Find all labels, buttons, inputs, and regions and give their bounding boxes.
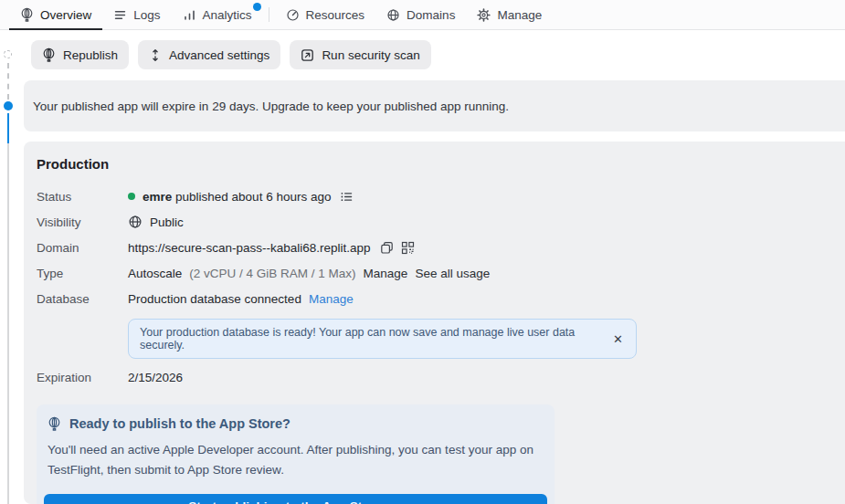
deployment-tabbar: Overview Logs Analytics Resources <box>0 0 845 30</box>
tab-domains[interactable]: Domains <box>375 0 466 29</box>
deploy-history-icon[interactable] <box>340 190 354 204</box>
status-green-dot <box>128 193 135 200</box>
domain-row: Domain https://secure-scan-pass--kabali6… <box>37 235 845 260</box>
tab-label: Domains <box>407 8 455 22</box>
tab-label: Manage <box>497 8 542 22</box>
domain-label: Domain <box>37 241 128 255</box>
production-title: Production <box>37 156 845 172</box>
advanced-settings-label: Advanced settings <box>169 48 269 62</box>
deploy-balloon-icon <box>20 7 34 22</box>
republish-button[interactable]: Republish <box>31 40 129 69</box>
qr-code-icon[interactable] <box>401 241 415 255</box>
production-card: Production Status emre published about 6… <box>24 142 845 504</box>
type-manage-link[interactable]: Manage <box>364 267 408 280</box>
scan-arrow-icon <box>301 48 314 62</box>
visibility-row: Visibility Public <box>37 209 845 235</box>
tabbar-divider <box>269 7 269 22</box>
type-specs: (2 vCPU / 4 GiB RAM / 1 Max) <box>189 267 355 280</box>
timeline-open-circle <box>4 50 12 58</box>
globe-icon <box>386 8 400 22</box>
republish-label: Republish <box>63 48 118 62</box>
tab-logs[interactable]: Logs <box>102 0 171 29</box>
globe-icon <box>128 215 143 229</box>
tab-resources[interactable]: Resources <box>275 0 376 29</box>
appstore-promo-header: Ready to publish to the App Store? <box>48 416 547 431</box>
run-security-scan-button[interactable]: Run security scan <box>290 40 430 69</box>
tab-label: Overview <box>40 8 91 22</box>
expiration-banner-text: Your published app will expire in 29 day… <box>33 100 509 113</box>
expiration-value: 2/15/2026 <box>128 371 183 384</box>
visibility-label: Visibility <box>37 215 128 229</box>
tab-label: Resources <box>306 8 365 22</box>
status-text: emre published about 6 hours ago <box>143 190 331 204</box>
deployment-timeline <box>0 30 18 504</box>
start-appstore-publish-label: Start publishing to the App Store <box>188 499 381 504</box>
database-row: Database Production database connected M… <box>37 286 845 311</box>
run-security-scan-label: Run security scan <box>322 48 419 62</box>
deploy-balloon-icon <box>48 416 61 431</box>
start-appstore-publish-button[interactable]: Start publishing to the App Store → <box>44 494 547 504</box>
close-icon[interactable]: ✕ <box>611 331 625 347</box>
database-status-text: Production database connected <box>128 292 301 306</box>
database-manage-link[interactable]: Manage <box>309 292 354 306</box>
type-label: Type <box>37 267 128 280</box>
type-value: Autoscale <box>128 267 182 280</box>
see-all-usage-link[interactable]: See all usage <box>415 267 490 280</box>
timeline-gray-segment <box>7 143 9 504</box>
tab-label: Logs <box>133 8 160 22</box>
up-down-arrows-icon <box>149 48 162 62</box>
published-ago-text: published about 6 hours ago <box>175 190 331 204</box>
expiration-row: Expiration 2/15/2026 <box>37 364 845 390</box>
publisher-name: emre <box>143 190 172 204</box>
right-arrow-icon: → <box>390 499 403 504</box>
list-icon <box>113 8 127 22</box>
appstore-promo-body: You'll need an active Apple Developer ac… <box>48 440 544 481</box>
gauge-icon <box>286 8 300 22</box>
domain-url[interactable]: https://secure-scan-pass--kabali68.repli… <box>128 241 371 255</box>
analytics-notification-dot <box>253 3 261 11</box>
tab-analytics[interactable]: Analytics <box>172 0 263 29</box>
tab-overview[interactable]: Overview <box>9 0 102 29</box>
timeline-current-dot <box>4 101 13 110</box>
copy-icon[interactable] <box>380 241 394 255</box>
type-row: Type Autoscale (2 vCPU / 4 GiB RAM / 1 M… <box>37 260 845 286</box>
gear-icon <box>477 8 491 22</box>
expiration-banner: Your published app will expire in 29 day… <box>24 80 845 131</box>
tab-manage[interactable]: Manage <box>466 0 553 29</box>
visibility-value: Public <box>150 215 184 229</box>
database-ready-notice: Your production database is ready! Your … <box>128 319 637 359</box>
appstore-promo-title: Ready to publish to the App Store? <box>69 416 290 431</box>
status-label: Status <box>37 190 128 204</box>
database-ready-text: Your production database is ready! Your … <box>140 326 602 352</box>
deployment-toolbar: Republish Advanced settings Run security… <box>31 40 845 69</box>
bar-chart-icon <box>183 8 196 22</box>
timeline-blue-segment <box>7 113 9 143</box>
appstore-promo-box: Ready to publish to the App Store? You'l… <box>37 404 555 504</box>
advanced-settings-button[interactable]: Advanced settings <box>138 40 280 69</box>
tab-label: Analytics <box>203 8 252 22</box>
expiration-label: Expiration <box>37 371 128 384</box>
database-label: Database <box>37 292 128 306</box>
status-row: Status emre published about 6 hours ago <box>37 184 845 209</box>
deploy-balloon-icon <box>42 47 56 62</box>
timeline-dashed-segment <box>7 63 9 100</box>
